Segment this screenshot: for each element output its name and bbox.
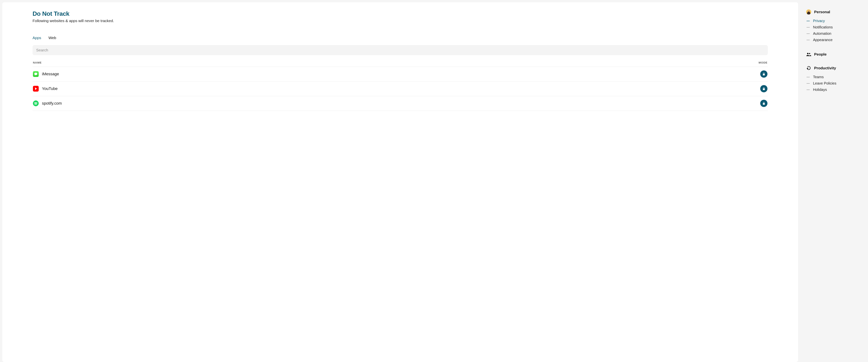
- app-name: spotify.com: [42, 101, 62, 106]
- table-row: spotify.com: [33, 96, 768, 111]
- dash-icon: [807, 83, 810, 84]
- search-input[interactable]: [36, 48, 764, 52]
- sidebar-item-holidays[interactable]: Holidays: [807, 86, 862, 93]
- sidebar-item-privacy[interactable]: Privacy: [807, 18, 862, 24]
- sidebar-item-automation[interactable]: Automation: [807, 30, 862, 37]
- main-card: Do Not Track Following websites & apps w…: [2, 2, 798, 362]
- search-box[interactable]: [33, 45, 768, 55]
- sidebar-item-label: Automation: [813, 31, 831, 36]
- youtube-icon: [33, 86, 39, 91]
- imessage-icon: [33, 71, 39, 77]
- tab-web[interactable]: Web: [49, 36, 56, 40]
- col-name: NAME: [33, 61, 41, 64]
- sidebar-group-people: People: [806, 52, 862, 57]
- spotify-icon: [33, 101, 39, 106]
- mode-lock-button[interactable]: [760, 71, 768, 78]
- sidebar-item-notifications[interactable]: Notifications: [807, 24, 862, 30]
- app-name: YouTube: [42, 86, 58, 91]
- sidebar-head-people[interactable]: People: [806, 52, 862, 57]
- people-icon: [806, 52, 811, 57]
- sidebar-item-label: Teams: [813, 75, 824, 79]
- sidebar-head-productivity[interactable]: Productivity: [806, 65, 862, 71]
- app-name: iMessage: [42, 72, 59, 76]
- lock-icon: [762, 73, 766, 76]
- sidebar-item-label: Leave Policies: [813, 81, 836, 85]
- avatar-icon: [806, 9, 811, 15]
- sidebar: Personal Privacy Notifications Automatio…: [803, 2, 866, 362]
- sidebar-item-appearance[interactable]: Appearance: [807, 37, 862, 43]
- svg-point-1: [809, 53, 810, 54]
- tab-apps[interactable]: Apps: [33, 36, 41, 40]
- sidebar-item-label: Notifications: [813, 25, 833, 29]
- page-subtitle: Following websites & apps will never be …: [33, 19, 768, 23]
- dash-icon: [807, 33, 810, 34]
- sidebar-title: People: [814, 52, 827, 56]
- sidebar-item-label: Appearance: [813, 38, 833, 42]
- sidebar-group-personal: Personal Privacy Notifications Automatio…: [806, 9, 862, 43]
- sidebar-title: Productivity: [814, 66, 836, 70]
- lock-icon: [762, 87, 766, 90]
- sidebar-item-leave-policies[interactable]: Leave Policies: [807, 80, 862, 86]
- page-title: Do Not Track: [33, 10, 768, 17]
- table-row: iMessage: [33, 67, 768, 81]
- sidebar-item-label: Privacy: [813, 19, 825, 23]
- productivity-icon: [806, 65, 811, 71]
- sidebar-title: Personal: [814, 10, 830, 14]
- table-header: NAME MODE: [33, 61, 768, 67]
- dash-icon: [807, 27, 810, 28]
- sidebar-item-label: Holidays: [813, 88, 827, 92]
- table-row: YouTube: [33, 81, 768, 96]
- sidebar-item-teams[interactable]: Teams: [807, 74, 862, 80]
- dash-icon: [807, 21, 810, 21]
- col-mode: MODE: [758, 61, 768, 64]
- dash-icon: [807, 40, 810, 40]
- sidebar-group-productivity: Productivity Teams Leave Policies Holida…: [806, 65, 862, 93]
- dash-icon: [807, 77, 810, 77]
- svg-point-0: [807, 53, 808, 54]
- lock-icon: [762, 102, 766, 105]
- mode-lock-button[interactable]: [760, 85, 768, 92]
- tabs: Apps Web: [33, 36, 768, 40]
- mode-lock-button[interactable]: [760, 100, 768, 107]
- dash-icon: [807, 90, 810, 90]
- sidebar-head-personal[interactable]: Personal: [806, 9, 862, 15]
